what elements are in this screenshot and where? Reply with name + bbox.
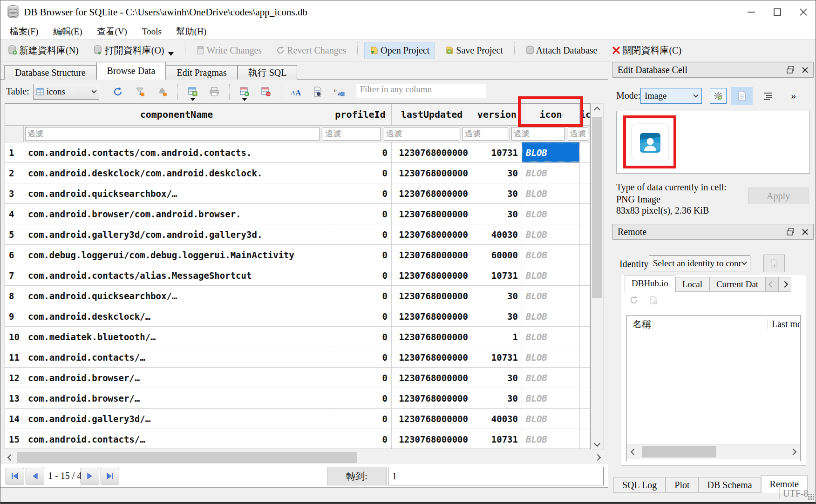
- table-selector-combobox[interactable]: icons: [33, 84, 99, 100]
- dropdown-indicator-icon[interactable]: [242, 98, 247, 101]
- menu-edit[interactable]: 編輯(E): [48, 24, 88, 39]
- cell-profileId[interactable]: 0: [329, 142, 392, 162]
- toolbar-overflow-button[interactable]: »: [786, 89, 802, 103]
- cell-profileId[interactable]: 0: [329, 245, 392, 265]
- float-panel-icon[interactable]: [787, 66, 794, 74]
- scroll-up-button[interactable]: [591, 104, 603, 116]
- cell-componentName[interactable]: com.android.deskclock/…: [24, 306, 329, 326]
- resize-grip[interactable]: [808, 493, 814, 500]
- tab-scroll-right-button[interactable]: [778, 277, 791, 292]
- cell-partial[interactable]: [580, 265, 590, 285]
- row-number[interactable]: 12: [5, 368, 24, 388]
- cell-version[interactable]: 30: [472, 286, 522, 306]
- cell-lastUpdated[interactable]: 1230768000000: [392, 388, 472, 408]
- tab-database-structure[interactable]: Database Structure: [4, 65, 96, 80]
- delete-record-button[interactable]: [258, 83, 274, 100]
- remote-list-body[interactable]: [627, 333, 800, 444]
- tab-scroll-left-button[interactable]: [765, 277, 778, 292]
- cell-icon[interactable]: BLOB: [522, 409, 580, 429]
- apply-button[interactable]: Apply: [748, 188, 809, 204]
- cell-partial[interactable]: [580, 142, 590, 162]
- cell-lastUpdated[interactable]: 1230768000000: [392, 245, 472, 265]
- cell-lastUpdated[interactable]: 1230768000000: [392, 265, 472, 285]
- cell-lastUpdated[interactable]: 1230768000000: [392, 183, 472, 203]
- clear-filters-button[interactable]: [132, 83, 149, 100]
- cell-componentName[interactable]: com.android.contacts/com.android.contact…: [24, 142, 329, 162]
- cell-icon[interactable]: BLOB: [522, 306, 580, 326]
- cell-componentName[interactable]: com.android.contacts/…: [24, 429, 329, 449]
- column-header-partial[interactable]: ic: [580, 104, 590, 125]
- word-wrap-button[interactable]: [761, 89, 775, 103]
- open-project-button[interactable]: Open Project: [364, 42, 435, 59]
- vertical-scroll-thumb[interactable]: [592, 117, 602, 298]
- row-number[interactable]: 8: [5, 286, 24, 306]
- cell-profileId[interactable]: 0: [329, 409, 392, 429]
- cell-profileId[interactable]: 0: [329, 183, 392, 203]
- cell-partial[interactable]: [580, 388, 590, 408]
- save-project-button[interactable]: Save Project: [440, 42, 508, 59]
- cell-componentName[interactable]: com.android.gallery3d/com.android.galler…: [24, 224, 329, 244]
- next-record-button[interactable]: [81, 468, 99, 484]
- row-number[interactable]: 3: [5, 183, 24, 203]
- row-number[interactable]: 14: [5, 409, 24, 429]
- cell-version[interactable]: 30: [472, 306, 522, 326]
- print-button[interactable]: [206, 83, 223, 100]
- bottom-tab-sql-log[interactable]: SQL Log: [613, 477, 666, 493]
- cell-profileId[interactable]: 0: [329, 388, 392, 408]
- cell-partial[interactable]: [580, 204, 590, 224]
- auto-switch-mode-button[interactable]: [710, 88, 727, 104]
- close-button[interactable]: [790, 0, 816, 24]
- cell-lastUpdated[interactable]: 1230768000000: [392, 347, 472, 367]
- attach-database-button[interactable]: Attach Database: [521, 42, 602, 59]
- remote-list-header-lastmodified[interactable]: Last mo: [768, 319, 800, 329]
- cell-partial[interactable]: [580, 286, 590, 306]
- row-number[interactable]: 4: [5, 204, 24, 224]
- row-number[interactable]: 11: [5, 347, 24, 367]
- row-number[interactable]: 2: [5, 163, 24, 183]
- cell-icon[interactable]: BLOB: [522, 368, 580, 388]
- close-panel-icon[interactable]: [802, 228, 809, 235]
- cell-profileId[interactable]: 0: [329, 368, 392, 388]
- cell-profileId[interactable]: 0: [329, 347, 392, 367]
- maximize-button[interactable]: [764, 0, 790, 24]
- grid-horizontal-scrollbar[interactable]: [5, 451, 604, 464]
- remote-tab-current-database[interactable]: Current Dat: [709, 277, 765, 292]
- cell-partial[interactable]: [580, 368, 590, 388]
- cell-icon[interactable]: BLOB: [522, 388, 580, 408]
- menu-help[interactable]: 幫助(H): [171, 24, 212, 39]
- open-database-dropdown-icon[interactable]: [168, 52, 174, 56]
- cell-componentName[interactable]: com.android.browser/…: [24, 368, 329, 388]
- remote-tab-dbhub[interactable]: DBHub.io: [625, 275, 675, 292]
- bottom-tab-plot[interactable]: Plot: [666, 477, 698, 493]
- find-in-document-button[interactable]: [309, 83, 326, 100]
- column-header-version[interactable]: version: [472, 104, 522, 125]
- filter-cell[interactable]: 過濾: [510, 126, 566, 142]
- cell-version[interactable]: 30: [472, 183, 522, 203]
- cell-version[interactable]: 10731: [472, 429, 522, 449]
- cell-icon[interactable]: BLOB: [522, 327, 580, 347]
- cell-version[interactable]: 10731: [472, 265, 522, 285]
- write-changes-button[interactable]: Write Changes: [192, 42, 267, 59]
- new-database-button[interactable]: 新建資料庫(N): [3, 41, 83, 60]
- cell-componentName[interactable]: com.android.contacts/alias.MessageShortc…: [24, 265, 329, 285]
- clone-database-button[interactable]: [763, 255, 785, 272]
- goto-record-button[interactable]: 轉到:: [327, 467, 387, 485]
- cell-lastUpdated[interactable]: 1230768000000: [392, 286, 472, 306]
- cell-icon[interactable]: BLOB: [522, 245, 580, 265]
- row-number[interactable]: 5: [5, 224, 24, 244]
- cell-version[interactable]: 40030: [472, 224, 522, 244]
- cell-icon[interactable]: BLOB: [522, 429, 580, 449]
- remote-tab-local[interactable]: Local: [675, 277, 709, 292]
- tab-execute-sql[interactable]: 執行 SQL: [238, 65, 298, 80]
- cell-lastUpdated[interactable]: 1230768000000: [392, 163, 472, 183]
- cell-lastUpdated[interactable]: 1230768000000: [392, 409, 472, 429]
- cell-lastUpdated[interactable]: 1230768000000: [392, 327, 472, 347]
- cell-version[interactable]: 30: [472, 368, 522, 388]
- scroll-right-button[interactable]: [787, 446, 799, 458]
- horizontal-scroll-thumb[interactable]: [642, 446, 716, 457]
- cell-profileId[interactable]: 0: [329, 306, 392, 326]
- cell-icon[interactable]: BLOB: [522, 224, 580, 244]
- dropdown-indicator-icon[interactable]: [190, 98, 196, 101]
- open-database-button[interactable]: 打開資料庫(O): [89, 41, 178, 60]
- cell-componentName[interactable]: com.android.gallery3d/…: [24, 409, 329, 429]
